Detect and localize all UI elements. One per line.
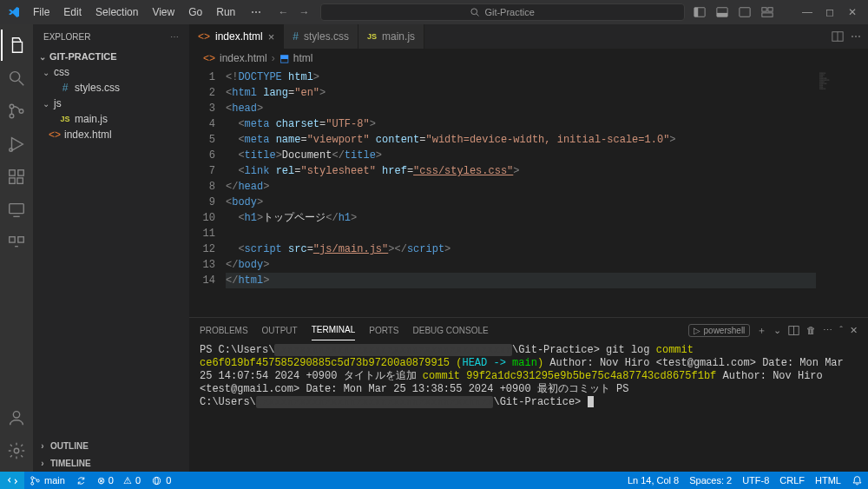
layout-panel-icon[interactable] [713, 3, 731, 21]
terminal-cursor [588, 396, 594, 407]
menu-bar: File Edit Selection View Go Run ⋯ [28, 3, 268, 21]
svg-rect-17 [10, 178, 15, 183]
svg-point-32 [36, 479, 39, 482]
window-close[interactable]: ✕ [844, 3, 861, 21]
terminal-shell-picker[interactable]: ▷powershell [688, 324, 751, 337]
breadcrumbs[interactable]: <>index.html› ⬒html [189, 49, 868, 68]
status-encoding[interactable]: UTF-8 [737, 472, 774, 489]
close-panel-icon[interactable]: ✕ [850, 325, 858, 336]
outline-section[interactable]: ›OUTLINE [33, 437, 189, 454]
panel-tab-debug[interactable]: DEBUG CONSOLE [413, 320, 489, 340]
svg-rect-3 [694, 8, 698, 17]
svg-rect-18 [17, 178, 23, 183]
explorer-actions[interactable]: ⋯ [170, 32, 179, 42]
editor-more-icon[interactable]: ⋯ [851, 30, 861, 43]
folder-css[interactable]: ⌄css [33, 64, 189, 80]
svg-point-13 [10, 114, 14, 118]
tab-styles-css[interactable]: #styles.css [284, 24, 358, 49]
menu-go[interactable]: Go [183, 3, 207, 21]
maximize-panel-icon[interactable]: ˆ [839, 325, 843, 335]
layout-sidebar-left-icon[interactable] [691, 3, 708, 21]
activity-explorer[interactable] [1, 30, 32, 61]
activity-ports[interactable] [1, 228, 32, 259]
svg-rect-6 [740, 8, 750, 17]
status-problems[interactable]: ⊗0 ⚠0 [92, 472, 146, 489]
timeline-section[interactable]: ›TIMELINE [33, 454, 189, 472]
explorer-sidebar: EXPLORER ⋯ ⌄GIT-PRACTICE ⌄css #styles.cs… [33, 24, 189, 472]
folder-js[interactable]: ⌄js [33, 96, 189, 111]
new-terminal-icon[interactable]: ＋ [757, 324, 766, 337]
status-indent[interactable]: Spaces: 2 [684, 472, 737, 489]
file-index-html[interactable]: <>index.html [33, 127, 189, 142]
status-language[interactable]: HTML [810, 472, 846, 489]
layout-customize-icon[interactable] [759, 3, 776, 21]
svg-point-0 [471, 9, 477, 15]
activity-run-debug[interactable] [1, 129, 32, 160]
command-center-text: Git-Practice [484, 7, 534, 17]
activity-extensions[interactable] [1, 162, 32, 193]
activity-accounts[interactable] [1, 402, 32, 433]
menu-edit[interactable]: Edit [58, 3, 87, 21]
menu-view[interactable]: View [147, 3, 180, 21]
activity-scm[interactable] [1, 96, 32, 127]
remote-button[interactable] [0, 472, 24, 489]
split-editor-icon[interactable] [832, 30, 844, 43]
terminal-chevron-down-icon[interactable]: ⌄ [773, 325, 781, 336]
terminal[interactable]: PS C:\Users\xxxxxxxxxxxxxxxxxxxxxxxxxxxx… [189, 342, 868, 472]
svg-point-31 [31, 482, 34, 485]
file-styles-css[interactable]: #styles.css [33, 80, 189, 96]
terminal-more-icon[interactable]: ⋯ [823, 325, 832, 336]
close-icon[interactable]: × [268, 30, 275, 43]
status-ports[interactable]: 0 [146, 472, 176, 489]
panel-tab-terminal[interactable]: TERMINAL [312, 320, 356, 340]
svg-line-11 [19, 81, 24, 86]
activity-settings[interactable] [1, 435, 32, 466]
svg-rect-7 [762, 8, 766, 11]
status-eol[interactable]: CRLF [774, 472, 810, 489]
editor-area: <>index.html× #styles.css JSmain.js ⋯ <>… [189, 24, 868, 472]
activity-search[interactable] [1, 63, 32, 94]
project-root[interactable]: ⌄GIT-PRACTICE [33, 49, 189, 64]
activity-remote[interactable] [1, 195, 32, 226]
nav-back[interactable]: ← [275, 3, 293, 21]
menu-run[interactable]: Run [211, 3, 240, 21]
tab-main-js[interactable]: JSmain.js [358, 24, 424, 49]
panel-tab-problems[interactable]: PROBLEMS [200, 320, 248, 340]
svg-rect-9 [762, 13, 773, 17]
code-content[interactable]: <!DOCTYPE html> <html lang="en"> <head> … [226, 68, 816, 317]
status-notifications[interactable] [846, 472, 868, 489]
code-editor[interactable]: 1234567891011121314 <!DOCTYPE html> <htm… [189, 68, 868, 317]
status-sync[interactable] [70, 472, 92, 489]
layout-sidebar-right-icon[interactable] [736, 3, 753, 21]
line-gutter: 1234567891011121314 [189, 68, 226, 317]
svg-point-33 [154, 477, 161, 484]
panel-tab-output[interactable]: OUTPUT [262, 320, 298, 340]
nav-forward[interactable]: → [296, 3, 313, 21]
window-minimize[interactable]: — [799, 3, 816, 21]
status-cursor[interactable]: Ln 14, Col 8 [622, 472, 684, 489]
svg-line-1 [477, 14, 479, 17]
window-restore[interactable]: ◻ [821, 3, 838, 21]
svg-point-15 [10, 149, 13, 152]
menu-selection[interactable]: Selection [90, 3, 143, 21]
title-bar: File Edit Selection View Go Run ⋯ ← → Gi… [0, 0, 868, 24]
svg-rect-20 [10, 204, 24, 214]
panel-tab-ports[interactable]: PORTS [369, 320, 398, 340]
svg-rect-19 [18, 170, 23, 175]
svg-point-10 [10, 72, 20, 82]
minimap[interactable]: ▄▄▄▄▄▄▄▄▄▄▄▄▄▄▄▄▄▄▄▄▄▄▄▄▄▄▄▄▄▄▄▄▄▄▄▄▄▄▄▄… [816, 68, 868, 317]
svg-point-25 [14, 448, 19, 453]
svg-point-12 [10, 104, 14, 109]
split-terminal-icon[interactable] [788, 325, 799, 336]
command-center[interactable]: Git-Practice [320, 3, 685, 21]
file-main-js[interactable]: JSmain.js [33, 111, 189, 127]
svg-rect-16 [10, 170, 15, 175]
menu-overflow[interactable]: ⋯ [244, 3, 268, 21]
svg-rect-5 [717, 13, 727, 17]
activity-bar [0, 24, 33, 472]
svg-rect-8 [768, 8, 773, 11]
tab-index-html[interactable]: <>index.html× [189, 24, 284, 49]
kill-terminal-icon[interactable]: 🗑 [806, 325, 816, 335]
menu-file[interactable]: File [28, 3, 55, 21]
status-branch[interactable]: main [24, 472, 70, 489]
